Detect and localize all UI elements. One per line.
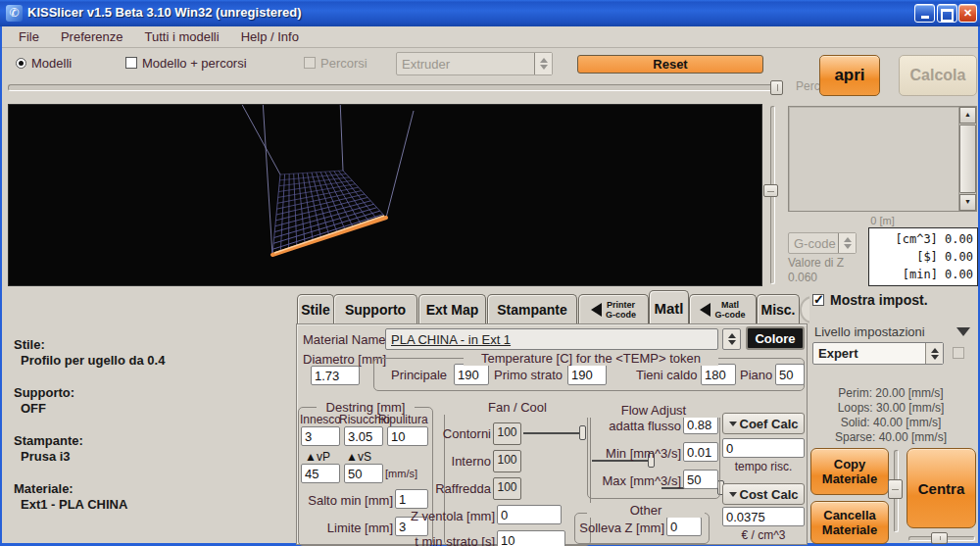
close-icon: ✕ <box>963 7 972 19</box>
stats-box: [cm^3] 0.00 [$] 0.00 [min] 0.00 <box>868 227 978 286</box>
centra-button[interactable]: Centra <box>906 448 976 528</box>
interno-value[interactable]: 100 <box>493 450 521 472</box>
tab-stampante[interactable]: Stampante <box>487 294 577 323</box>
summary-stampante: Stampante: Prusa i3 <box>14 433 288 465</box>
close-button[interactable]: ✕ <box>958 4 977 23</box>
primo-strato-input[interactable] <box>567 364 607 385</box>
flow-max-input[interactable] <box>683 470 718 489</box>
layers-list-body <box>789 107 958 211</box>
percorsi-checkbox <box>304 57 316 69</box>
speed-solid: Solid: 40.00 [mm/s] <box>804 416 978 430</box>
title-bar: ✆ KISSlicer v1.5 Beta 3.10 Win32 (unregi… <box>0 0 980 26</box>
principale-label: Principale <box>391 368 447 382</box>
contorni-slider[interactable] <box>522 425 587 440</box>
settings-level-select[interactable]: Expert <box>812 342 944 365</box>
spinner-icon <box>838 233 856 253</box>
tab-supporto[interactable]: Supporto <box>333 294 417 323</box>
material-name-select[interactable]: PLA CHINA - in Ext 1 <box>385 328 718 350</box>
coef-calc-button[interactable]: Coef Calc <box>722 413 805 434</box>
stat-cost: [$] 0.00 <box>873 250 973 264</box>
vp-input[interactable] <box>301 464 340 483</box>
vs-input[interactable] <box>344 464 383 483</box>
percorsi-slider-thumb[interactable] <box>770 80 783 95</box>
risucchio-input[interactable] <box>344 426 383 446</box>
copy-materiale-button[interactable]: Copy Materiale <box>810 448 889 495</box>
apri-button[interactable]: apri <box>819 55 880 96</box>
scrollbar-thumb[interactable] <box>959 124 976 193</box>
percorsi-label: Percorsi <box>320 56 368 71</box>
view-slider-thumb[interactable] <box>763 184 778 197</box>
profile-summary: Stile: Profilo per ugello da 0.4 Support… <box>14 337 288 529</box>
stat-volume: [cm^3] 0.00 <box>873 232 973 246</box>
tab-stile[interactable]: Stile <box>297 294 334 323</box>
solleva-z-input[interactable] <box>666 517 702 536</box>
scrollbar-track[interactable] <box>959 124 976 194</box>
spinner-icon <box>534 53 552 74</box>
level-lock-checkbox <box>953 347 964 359</box>
left-arrow-icon <box>591 303 602 317</box>
tab-printer-gcode[interactable]: PrinterG-code <box>578 294 649 323</box>
modelli-radio[interactable] <box>16 58 26 69</box>
flow-min-input[interactable] <box>683 442 718 462</box>
minimize-button[interactable] <box>914 4 935 23</box>
mostra-impost-checkbox[interactable] <box>812 294 824 306</box>
reset-button[interactable]: Reset <box>577 55 763 74</box>
window-frame-left <box>0 26 2 544</box>
contorni-label: Contorni <box>413 426 491 441</box>
maximize-icon <box>941 9 954 22</box>
tab-matl-gcode[interactable]: MatlG-code <box>689 294 757 323</box>
modello-percorsi-checkbox[interactable] <box>125 57 137 69</box>
layers-listbox[interactable]: ▲ ▼ <box>788 106 977 212</box>
scroll-up-icon[interactable]: ▲ <box>959 107 976 124</box>
maximize-button[interactable] <box>937 4 957 23</box>
innesco-label: Innesco <box>300 413 341 426</box>
vp-label: ▲vP <box>305 450 330 464</box>
colore-button[interactable]: Colore <box>746 326 805 350</box>
interno-label: Interno <box>413 454 491 469</box>
z-ventola-input[interactable] <box>497 505 562 524</box>
cost-input[interactable] <box>722 507 805 526</box>
piano-input[interactable] <box>775 364 805 385</box>
solleva-z-label: Solleva Z [mm] <box>578 521 664 535</box>
tab-matl[interactable]: Matl <box>649 290 689 323</box>
principale-input[interactable] <box>454 364 489 385</box>
summary-materiale: Materiale: Ext1 - PLA CHINA <box>14 481 288 513</box>
adatta-flusso-label: adatta flusso <box>589 419 681 433</box>
material-slider-thumb[interactable] <box>888 479 903 499</box>
limite-label: Limite [mm] <box>299 521 393 535</box>
summary-stile-value: Profilo per ugello da 0.4 <box>14 353 288 369</box>
flow-max-label: Max [mm^3/s] <box>589 473 681 488</box>
tempo-risc-input[interactable] <box>722 438 805 458</box>
menu-help-info[interactable]: Help / Info <box>230 27 310 46</box>
menu-file[interactable]: File <box>8 27 50 46</box>
summary-supporto-value: OFF <box>14 401 288 417</box>
diametro-input[interactable] <box>311 366 360 385</box>
layers-scrollbar[interactable]: ▲ ▼ <box>958 107 976 211</box>
tab-misc[interactable]: Misc. <box>757 294 800 323</box>
innesco-input[interactable] <box>301 426 340 446</box>
cost-unit-label: € / cm^3 <box>722 528 805 542</box>
temperature-group-title: Temperature [C] for the <TEMP> token <box>464 351 718 366</box>
salto-min-label: Salto min [mm] <box>299 493 393 508</box>
menu-preferenze[interactable]: Preferenze <box>50 27 134 46</box>
t-min-strato-input[interactable] <box>497 530 565 546</box>
raffredda-value[interactable]: 100 <box>493 477 521 500</box>
menu-tutti-i-modelli[interactable]: Tutti i modelli <box>134 27 230 46</box>
model-viewport[interactable] <box>8 104 762 286</box>
contorni-value[interactable]: 100 <box>493 422 521 445</box>
tieni-caldo-input[interactable] <box>701 364 736 385</box>
scroll-down-icon[interactable]: ▼ <box>959 194 976 211</box>
collapse-panel-icon[interactable] <box>956 327 970 336</box>
tab-ext-map[interactable]: Ext Map <box>418 294 486 323</box>
percorsi-slider-track[interactable] <box>8 84 780 91</box>
destring-group-title: Destring [mm] <box>317 400 415 415</box>
tab-scroll-right-button[interactable] <box>800 296 809 323</box>
cost-calc-button[interactable]: Cost Calc <box>722 483 805 505</box>
adatta-flusso-input[interactable] <box>683 415 718 434</box>
summary-materiale-label: Materiale: <box>14 481 288 497</box>
material-spinner[interactable] <box>722 328 741 350</box>
stat-time: [min] 0.00 <box>873 268 973 281</box>
summary-stile-label: Stile: <box>14 337 288 353</box>
center-slider-thumb[interactable] <box>931 532 948 544</box>
cancella-materiale-button[interactable]: Cancella Materiale <box>810 501 889 544</box>
